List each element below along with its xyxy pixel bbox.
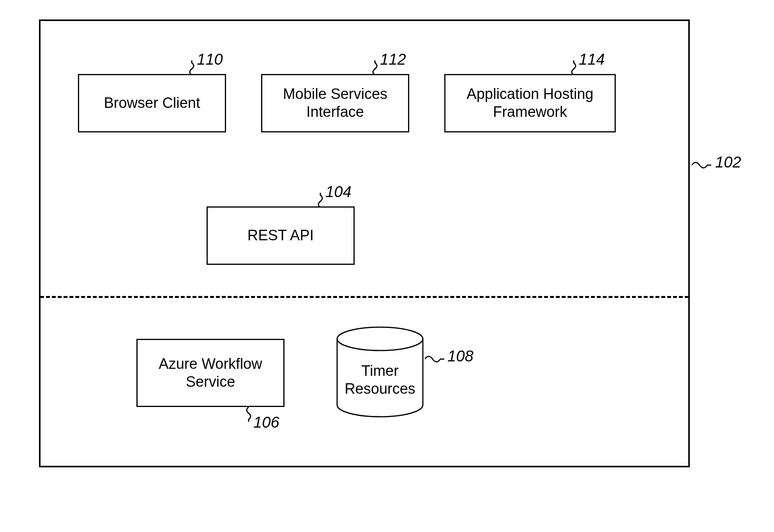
ref-108: 108 (447, 347, 474, 365)
leader-110 (188, 60, 196, 74)
ref-110: 110 (197, 51, 223, 68)
ref-114: 114 (579, 51, 605, 68)
dashed-divider (40, 296, 689, 298)
block-label: Mobile Services Interface (283, 85, 387, 121)
leader-104 (316, 193, 324, 206)
block-label: REST API (247, 227, 314, 245)
ref-104: 104 (325, 183, 352, 201)
leader-112 (371, 60, 379, 74)
block-azure-workflow: Azure Workflow Service (136, 339, 285, 407)
block-label: Azure Workflow Service (159, 355, 262, 391)
block-timer-resources: Timer Resources (331, 325, 429, 419)
leader-114 (570, 60, 578, 74)
block-label: Application Hosting Framework (467, 85, 593, 121)
block-label: Browser Client (104, 94, 200, 112)
leader-106 (245, 407, 253, 421)
block-browser-client: Browser Client (78, 74, 226, 132)
ref-112: 112 (380, 51, 406, 68)
block-mobile-services: Mobile Services Interface (261, 74, 409, 132)
diagram-canvas: 102 Browser Client 110 Mobile Services I… (0, 0, 774, 532)
block-app-hosting: Application Hosting Framework (444, 74, 616, 132)
leader-108 (425, 354, 444, 362)
svg-point-0 (337, 327, 423, 351)
block-rest-api: REST API (207, 206, 355, 265)
block-label: Timer Resources (331, 362, 429, 398)
ref-106: 106 (253, 414, 279, 431)
leader-102 (692, 160, 711, 168)
ref-102: 102 (715, 153, 741, 171)
